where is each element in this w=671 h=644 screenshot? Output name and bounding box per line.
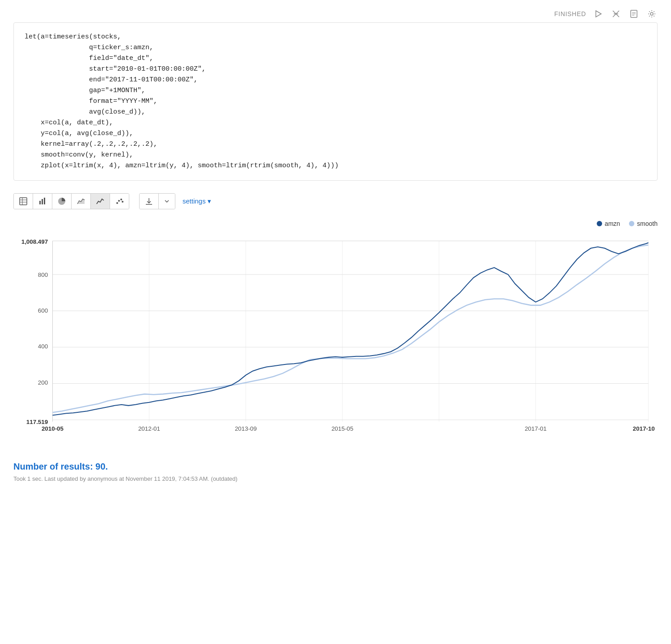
table-view-button[interactable] [14, 194, 33, 209]
svg-text:2013-09: 2013-09 [235, 425, 257, 432]
svg-rect-13 [39, 201, 41, 204]
svg-point-18 [118, 200, 120, 202]
svg-text:2010-05: 2010-05 [42, 425, 64, 432]
clear-button[interactable] [610, 9, 622, 19]
legend-amzn-label: amzn [605, 220, 620, 227]
svg-text:1,008.497: 1,008.497 [21, 238, 48, 245]
svg-text:2012-01: 2012-01 [138, 425, 160, 432]
chart-legend: amzn smooth [13, 220, 658, 227]
svg-point-17 [116, 202, 118, 204]
chart-svg-wrap: 1,008.497 800 600 400 200 117.519 [13, 231, 658, 442]
legend-amzn: amzn [597, 220, 620, 227]
svg-marker-0 [596, 11, 601, 17]
svg-text:117.519: 117.519 [26, 419, 48, 425]
svg-rect-15 [44, 198, 45, 204]
chart-type-group [13, 193, 129, 209]
legend-smooth-dot [629, 221, 634, 226]
svg-text:2015-05: 2015-05 [331, 425, 353, 432]
chart-settings-button[interactable]: settings ▾ [178, 195, 216, 208]
main-chart-svg: 1,008.497 800 600 400 200 117.519 [13, 231, 658, 442]
download-dropdown-button[interactable] [159, 194, 175, 209]
legend-smooth-label: smooth [637, 220, 658, 227]
svg-rect-14 [42, 199, 43, 204]
chart-area: amzn smooth 1,008.497 800 600 400 200 11… [13, 220, 658, 444]
svg-point-20 [122, 201, 123, 203]
legend-smooth: smooth [629, 220, 658, 227]
svg-text:2017-10: 2017-10 [633, 425, 655, 432]
scatter-chart-button[interactable] [110, 194, 129, 209]
download-group [139, 193, 175, 209]
results-meta: Took 1 sec. Last updated by anonymous at… [13, 475, 658, 482]
svg-text:800: 800 [38, 271, 48, 278]
legend-amzn-dot [597, 221, 602, 226]
svg-text:600: 600 [38, 307, 48, 314]
svg-rect-9 [20, 198, 27, 205]
bar-chart-button[interactable] [33, 194, 52, 209]
run-button[interactable] [592, 9, 604, 19]
settings-gear-button[interactable] [646, 9, 658, 19]
download-button[interactable] [140, 194, 159, 209]
results-section: Number of results: 90. Took 1 sec. Last … [13, 457, 658, 482]
book-button[interactable] [628, 9, 640, 19]
svg-point-8 [650, 13, 653, 15]
area-chart-button[interactable] [72, 194, 91, 209]
status-label: FINISHED [554, 10, 586, 17]
code-content: let(a=timeseries(stocks, q=ticker_s:amzn… [25, 32, 646, 171]
line-chart-button[interactable] [91, 194, 110, 209]
chart-toolbar: settings ▾ [13, 190, 658, 213]
svg-text:200: 200 [38, 379, 48, 386]
results-count: Number of results: 90. [13, 462, 658, 472]
pie-chart-button[interactable] [52, 194, 72, 209]
svg-point-19 [120, 199, 122, 200]
svg-text:400: 400 [38, 343, 48, 350]
svg-text:2017-01: 2017-01 [525, 425, 547, 432]
code-editor[interactable]: let(a=timeseries(stocks, q=ticker_s:amzn… [13, 22, 658, 181]
